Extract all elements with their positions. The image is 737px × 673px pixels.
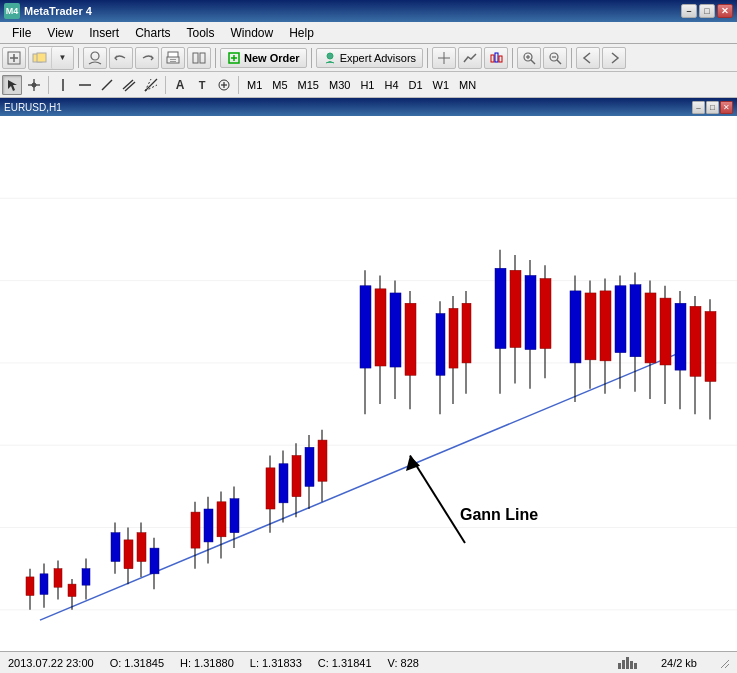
svg-rect-118 — [660, 298, 671, 365]
svg-rect-122 — [690, 306, 701, 376]
low-label: L: — [250, 657, 259, 669]
minimize-button[interactable]: – — [681, 4, 697, 18]
toolbar-btn-chart3[interactable] — [484, 47, 508, 69]
main-toolbar: ▼ New Order Expert Advisors — [0, 44, 737, 72]
close-label: C: — [318, 657, 329, 669]
svg-rect-62 — [137, 533, 146, 562]
svg-rect-72 — [230, 499, 239, 533]
timeframe-MN[interactable]: MN — [455, 75, 480, 95]
window-title: MetaTrader 4 — [24, 5, 92, 17]
svg-rect-56 — [82, 569, 90, 585]
toolbar-btn-print[interactable] — [161, 47, 185, 69]
tool-vertical-line[interactable] — [53, 75, 73, 95]
datetime-value: 2013.07.22 23:00 — [8, 657, 94, 669]
toolbar-btn-properties[interactable] — [187, 47, 211, 69]
close-value: 1.31841 — [332, 657, 372, 669]
tool-gann[interactable] — [141, 75, 161, 95]
chart-close-button[interactable]: ✕ — [720, 101, 733, 114]
tool-trend-line[interactable] — [97, 75, 117, 95]
toolbar-btn-zoom-in[interactable] — [517, 47, 541, 69]
svg-line-33 — [102, 80, 112, 90]
svg-rect-64 — [150, 548, 159, 574]
volume-label: V: — [388, 657, 398, 669]
chart-area[interactable]: Gann Line — [0, 116, 737, 651]
svg-rect-52 — [54, 569, 62, 588]
low-value: 1.31833 — [262, 657, 302, 669]
candlestick-chart — [0, 116, 737, 651]
toolbar-btn-redo[interactable] — [135, 47, 159, 69]
timeframe-M15[interactable]: M15 — [294, 75, 323, 95]
menu-charts[interactable]: Charts — [127, 24, 178, 42]
menu-tools[interactable]: Tools — [179, 24, 223, 42]
expert-advisors-button[interactable]: Expert Advisors — [316, 48, 423, 68]
toolbar-btn-profiles[interactable] — [83, 47, 107, 69]
tool-text-label[interactable]: T — [192, 75, 212, 95]
toolbar-btn-scroll-right[interactable] — [602, 47, 626, 69]
tool-arrow-mark[interactable] — [214, 75, 234, 95]
tool-horizontal-line[interactable] — [75, 75, 95, 95]
timeframe-W1[interactable]: W1 — [429, 75, 454, 95]
svg-rect-18 — [491, 55, 494, 62]
maximize-button[interactable]: □ — [699, 4, 715, 18]
status-low: L: 1.31833 — [250, 657, 302, 669]
svg-rect-54 — [68, 584, 76, 596]
close-button[interactable]: ✕ — [717, 4, 733, 18]
chart-minimize-button[interactable]: – — [692, 101, 705, 114]
svg-line-26 — [557, 60, 561, 64]
menu-window[interactable]: Window — [223, 24, 282, 42]
tool-arrow[interactable] — [2, 75, 22, 95]
svg-rect-124 — [705, 311, 716, 381]
svg-rect-70 — [217, 502, 226, 537]
menu-help[interactable]: Help — [281, 24, 322, 42]
status-bar: 2013.07.22 23:00 O: 1.31845 H: 1.31880 L… — [0, 651, 737, 673]
svg-line-127 — [721, 660, 729, 668]
svg-rect-102 — [525, 275, 536, 349]
status-datetime: 2013.07.22 23:00 — [8, 657, 94, 669]
toolbar-btn-scroll-left[interactable] — [576, 47, 600, 69]
svg-rect-100 — [510, 270, 521, 347]
new-order-label: New Order — [244, 52, 300, 64]
timeframe-M1[interactable]: M1 — [243, 75, 266, 95]
toolbar-dropdown-open[interactable]: ▼ — [51, 47, 73, 69]
svg-rect-104 — [540, 279, 551, 349]
toolbar-btn-undo[interactable] — [109, 47, 133, 69]
chart-window-title: EURUSD,H1 – □ ✕ — [0, 98, 737, 116]
tool-text-A[interactable]: A — [170, 75, 190, 95]
svg-point-15 — [327, 53, 333, 59]
svg-rect-94 — [449, 308, 458, 368]
menu-file[interactable]: File — [4, 24, 39, 42]
timeframe-M30[interactable]: M30 — [325, 75, 354, 95]
menu-insert[interactable]: Insert — [81, 24, 127, 42]
menu-bar: File View Insert Charts Tools Window Hel… — [0, 22, 737, 44]
timeframe-M5[interactable]: M5 — [268, 75, 291, 95]
high-value: 1.31880 — [194, 657, 234, 669]
high-label: H: — [180, 657, 191, 669]
menu-view[interactable]: View — [39, 24, 81, 42]
chart-maximize-button[interactable]: □ — [706, 101, 719, 114]
toolbar-btn-new[interactable] — [2, 47, 26, 69]
timeframe-H1[interactable]: H1 — [356, 75, 378, 95]
svg-line-22 — [531, 60, 535, 64]
tool-channel[interactable] — [119, 75, 139, 95]
svg-rect-114 — [630, 285, 641, 357]
timeframe-H4[interactable]: H4 — [380, 75, 402, 95]
toolbar-btn-chart1[interactable] — [432, 47, 456, 69]
svg-rect-80 — [305, 447, 314, 486]
toolbar-btn-zoom-out[interactable] — [543, 47, 567, 69]
toolbar-btn-chart2[interactable] — [458, 47, 482, 69]
app-icon: M4 — [4, 3, 20, 19]
status-close: C: 1.31841 — [318, 657, 372, 669]
svg-rect-68 — [204, 509, 213, 542]
svg-rect-19 — [495, 53, 498, 62]
svg-rect-48 — [26, 577, 34, 596]
svg-rect-39 — [0, 116, 737, 651]
new-order-button[interactable]: New Order — [220, 48, 307, 68]
expert-advisors-label: Expert Advisors — [340, 52, 416, 64]
svg-rect-110 — [600, 291, 611, 361]
svg-rect-9 — [170, 61, 176, 62]
svg-rect-8 — [170, 59, 176, 60]
toolbar-btn-open[interactable] — [29, 47, 51, 69]
tool-crosshair[interactable] — [24, 75, 44, 95]
timeframe-D1[interactable]: D1 — [405, 75, 427, 95]
volume-value: 828 — [401, 657, 419, 669]
